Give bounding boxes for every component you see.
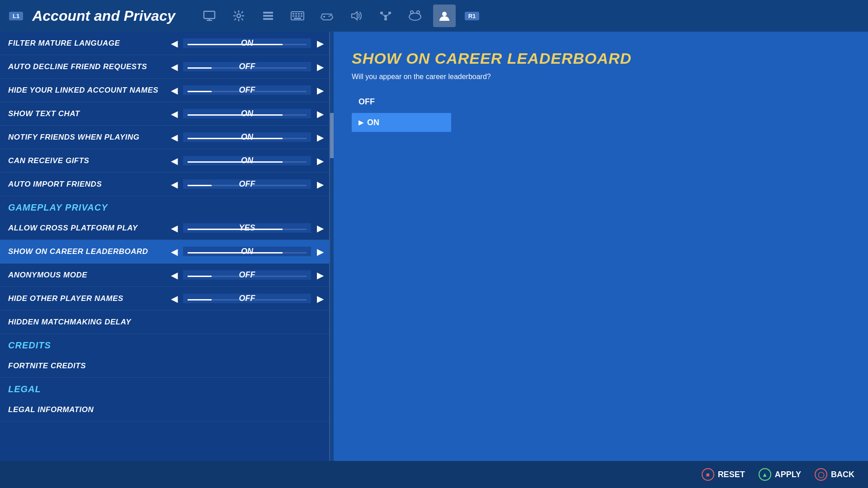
show-text-chat-row[interactable]: SHOW TEXT CHAT ◀ ON ▶ — [0, 102, 329, 126]
notify-friends-left-arrow[interactable]: ◀ — [165, 132, 183, 143]
reset-icon: ■ — [702, 468, 714, 481]
svg-rect-8 — [292, 13, 294, 14]
hidden-matchmaking-delay-label: HIDDEN MATCHMAKING DELAY — [0, 318, 165, 327]
auto-decline-friend-requests-row[interactable]: AUTO DECLINE FRIEND REQUESTS ◀ OFF ▶ — [0, 55, 329, 79]
svg-point-3 — [237, 14, 241, 18]
reset-label: RESET — [718, 470, 745, 479]
anonymous-mode-right-arrow[interactable]: ▶ — [311, 270, 329, 281]
anonymous-mode-label: ANONYMOUS MODE — [0, 271, 165, 280]
auto-import-friends-row[interactable]: AUTO IMPORT FRIENDS ◀ OFF ▶ — [0, 173, 329, 196]
filter-mature-language-left-arrow[interactable]: ◀ — [165, 38, 183, 49]
scrollbar[interactable] — [330, 32, 334, 461]
filter-mature-language-right-arrow[interactable]: ▶ — [311, 38, 329, 49]
svg-point-30 — [410, 11, 413, 14]
auto-import-left-arrow[interactable]: ◀ — [165, 179, 183, 190]
hide-other-player-names-control: ◀ OFF ▶ — [165, 293, 329, 304]
hide-other-player-names-row[interactable]: HIDE OTHER PLAYER NAMES ◀ OFF ▶ — [0, 287, 329, 310]
svg-rect-5 — [263, 15, 273, 17]
gameplay-privacy-section: GAMEPLAY PRIVACY — [0, 196, 329, 216]
gamepad-icon[interactable] — [404, 5, 426, 27]
auto-import-right-arrow[interactable]: ▶ — [311, 179, 329, 190]
detail-panel: SHOW ON CAREER LEADERBOARD Will you appe… — [334, 32, 868, 461]
notify-friends-right-arrow[interactable]: ▶ — [311, 132, 329, 143]
svg-rect-15 — [301, 15, 302, 17]
off-option[interactable]: OFF — [352, 92, 451, 111]
controller2-icon[interactable] — [316, 5, 338, 27]
scrollbar-thumb[interactable] — [330, 113, 334, 158]
network-icon[interactable] — [374, 5, 397, 27]
on-option[interactable]: ▶ ON — [352, 113, 451, 132]
hide-player-names-left-arrow[interactable]: ◀ — [165, 293, 183, 304]
hide-linked-accounts-label: HIDE YOUR LINKED ACCOUNT NAMES — [0, 86, 165, 95]
detail-title: SHOW ON CAREER LEADERBOARD — [352, 50, 850, 67]
allow-cross-platform-label: ALLOW CROSS PLATFORM PLAY — [0, 224, 165, 233]
l1-badge: L1 — [9, 12, 23, 20]
hide-player-names-right-arrow[interactable]: ▶ — [311, 293, 329, 304]
hide-linked-accounts-row[interactable]: HIDE YOUR LINKED ACCOUNT NAMES ◀ OFF ▶ — [0, 79, 329, 102]
off-option-label: OFF — [359, 97, 375, 107]
reset-button[interactable]: ■ RESET — [702, 468, 745, 481]
svg-point-32 — [442, 12, 447, 16]
cross-platform-left-arrow[interactable]: ◀ — [165, 223, 183, 234]
back-icon: ◯ — [815, 468, 827, 481]
svg-point-31 — [417, 11, 420, 14]
fortnite-credits-row[interactable]: FORTNITE CREDITS VIEW — [0, 354, 329, 378]
show-on-career-leaderboard-label: SHOW ON CAREER LEADERBOARD — [0, 247, 165, 256]
detail-description: Will you appear on the career leaderboar… — [352, 73, 850, 81]
list-icon[interactable] — [257, 5, 279, 27]
can-receive-gifts-row[interactable]: CAN RECEIVE GIFTS ◀ ON ▶ — [0, 149, 329, 173]
hide-linked-right-arrow[interactable]: ▶ — [311, 85, 329, 96]
hide-linked-left-arrow[interactable]: ◀ — [165, 85, 183, 96]
monitor-icon[interactable] — [198, 5, 221, 27]
svg-rect-10 — [298, 13, 300, 14]
svg-rect-13 — [295, 15, 297, 17]
auto-decline-right-arrow[interactable]: ▶ — [311, 61, 329, 72]
settings-list: FILTER MATURE LANGUAGE ◀ ON ▶ AUTO DECLI… — [0, 32, 330, 461]
svg-rect-25 — [384, 18, 387, 20]
back-button[interactable]: ◯ BACK — [815, 468, 854, 481]
allow-cross-platform-play-row[interactable]: ALLOW CROSS PLATFORM PLAY ◀ YES ▶ — [0, 216, 329, 240]
notify-friends-control: ◀ ON ▶ — [165, 132, 329, 143]
anonymous-mode-control: ◀ OFF ▶ — [165, 270, 329, 281]
career-leaderboard-right-arrow[interactable]: ▶ — [311, 246, 329, 257]
footer: ■ RESET ▲ APPLY ◯ BACK — [0, 461, 868, 488]
auto-decline-friend-requests-label: AUTO DECLINE FRIEND REQUESTS — [0, 62, 165, 71]
sound-icon[interactable] — [345, 5, 368, 27]
show-text-chat-right-arrow[interactable]: ▶ — [311, 108, 329, 119]
auto-import-friends-control: ◀ OFF ▶ — [165, 179, 329, 190]
auto-decline-friend-requests-control: ◀ OFF ▶ — [165, 61, 329, 72]
svg-rect-4 — [263, 12, 273, 14]
show-text-chat-label: SHOW TEXT CHAT — [0, 109, 165, 118]
apply-icon: ▲ — [759, 468, 771, 481]
cross-platform-right-arrow[interactable]: ▶ — [311, 223, 329, 234]
career-leaderboard-left-arrow[interactable]: ◀ — [165, 246, 183, 257]
keyboard-icon[interactable] — [286, 5, 309, 27]
auto-import-value: OFF — [183, 179, 311, 189]
anonymous-mode-left-arrow[interactable]: ◀ — [165, 270, 183, 281]
anonymous-mode-row[interactable]: ANONYMOUS MODE ◀ OFF ▶ — [0, 263, 329, 287]
hide-linked-value: OFF — [183, 85, 311, 95]
svg-rect-14 — [298, 15, 300, 17]
show-on-career-leaderboard-row[interactable]: SHOW ON CAREER LEADERBOARD ◀ ON ▶ — [0, 240, 329, 263]
show-text-chat-value: ON — [183, 109, 311, 118]
svg-rect-11 — [301, 13, 302, 14]
show-text-chat-left-arrow[interactable]: ◀ — [165, 108, 183, 119]
auto-decline-left-arrow[interactable]: ◀ — [165, 61, 183, 72]
svg-rect-16 — [294, 18, 301, 19]
legal-information-row[interactable]: LEGAL INFORMATION VIEW — [0, 398, 329, 422]
hide-linked-accounts-control: ◀ OFF ▶ — [165, 85, 329, 96]
notify-friends-row[interactable]: NOTIFY FRIENDS WHEN PLAYING ◀ ON ▶ — [0, 126, 329, 149]
profile-icon[interactable] — [433, 5, 456, 27]
svg-point-19 — [328, 16, 330, 17]
nav-icons — [198, 5, 456, 27]
filter-mature-language-row[interactable]: FILTER MATURE LANGUAGE ◀ ON ▶ — [0, 32, 329, 55]
can-receive-gifts-left-arrow[interactable]: ◀ — [165, 155, 183, 166]
svg-rect-12 — [292, 15, 294, 17]
show-text-chat-control: ◀ ON ▶ — [165, 108, 329, 119]
can-receive-gifts-label: CAN RECEIVE GIFTS — [0, 156, 165, 165]
can-receive-gifts-right-arrow[interactable]: ▶ — [311, 155, 329, 166]
hidden-matchmaking-delay-row[interactable]: HIDDEN MATCHMAKING DELAY 0 Seconds — [0, 310, 329, 334]
apply-button[interactable]: ▲ APPLY — [759, 468, 801, 481]
gear-icon[interactable] — [227, 5, 250, 27]
can-receive-gifts-control: ◀ ON ▶ — [165, 155, 329, 166]
